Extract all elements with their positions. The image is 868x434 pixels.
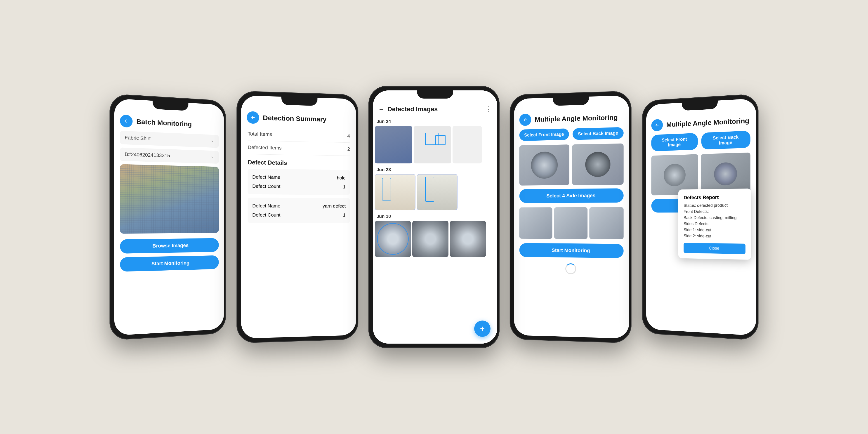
header-4: Multiple Angle Monitoring: [514, 106, 629, 130]
report-front-defects: Front Defects:: [684, 209, 745, 214]
phone-defected-images: ← Defected Images ⋮ Jun 24: [368, 86, 500, 348]
report-side1: Side 1: side-cut: [684, 228, 745, 233]
product-image: [120, 164, 219, 234]
defect1-count-row: Defect Count 1: [252, 182, 346, 191]
phone-multiple-angle: Multiple Angle Monitoring Select Front I…: [510, 91, 631, 343]
select-back-button-5[interactable]: Select Back Image: [702, 131, 750, 150]
notch-3: [417, 90, 453, 98]
add-image-fab[interactable]: +: [474, 320, 491, 337]
defect1-name-row: Defect Name hole: [252, 173, 346, 182]
thumb-blank-jun24: [453, 126, 482, 163]
thumb-fabric-jun24[interactable]: [375, 126, 412, 163]
phone-multiple-angle-report: Multiple Angle Monitoring Select Front I…: [642, 94, 758, 341]
report-status: Status: defected product: [684, 203, 745, 208]
select-back-button[interactable]: Select Back Image: [572, 127, 624, 140]
select-images-row: Select Front Image Select Back Image: [514, 127, 629, 141]
defect2-name-label: Defect Name: [252, 203, 280, 209]
defect1-count-value: 1: [343, 184, 346, 190]
start-monitoring-button-4[interactable]: Start Monitoring: [519, 243, 623, 258]
date-jun10: Jun 10: [373, 212, 497, 221]
loading-spinner: [565, 264, 576, 274]
page-title-5: Multiple Angle Monitoring: [666, 117, 749, 129]
thumb-disc1-jun10[interactable]: [375, 221, 411, 257]
report-title: Defects Report: [684, 194, 745, 201]
defect-card-2: Defect Name yarn defect Defect Count 1: [248, 197, 350, 223]
defected-items-row: Defected Items 2: [248, 141, 350, 156]
date-jun24: Jun 24: [373, 117, 497, 126]
defect2-count-row: Defect Count 1: [252, 211, 346, 219]
report-back-defects: Back Defects: casting, milling: [684, 215, 745, 220]
select-4-sides-button[interactable]: Select 4 Side Images: [519, 188, 623, 203]
select-front-button-5[interactable]: Select Front Image: [651, 133, 698, 151]
side-img-2: [554, 207, 587, 239]
defect2-count-value: 1: [343, 212, 346, 218]
report-side2: Side 2: side-cut: [684, 234, 745, 239]
side-img-1: [519, 207, 552, 239]
fabric-label: Fabric Shirt: [125, 135, 151, 142]
batch-dropdown[interactable]: B#24062024133315: [120, 147, 219, 164]
page-title-1: Batch Monitoring: [136, 118, 192, 128]
defected-items-value: 2: [347, 146, 350, 152]
defects-report-overlay: Defects Report Status: defected product …: [678, 188, 751, 260]
back-image-preview: [572, 144, 624, 185]
defect2-name-value: yarn defect: [322, 203, 346, 209]
thumb-defect-jun24[interactable]: [414, 126, 451, 163]
back-button-1[interactable]: [120, 115, 133, 128]
disc-back: [585, 152, 610, 177]
defect-details-title: Defect Details: [241, 154, 356, 170]
total-items-value: 4: [347, 133, 350, 139]
defect1-name-label: Defect Name: [252, 174, 280, 180]
notch-4: [553, 96, 589, 106]
front-image-preview: [519, 145, 569, 186]
side-img-3: [590, 207, 624, 239]
back-button-5[interactable]: [651, 119, 663, 131]
report-sides-defects: Sides Defects:: [684, 221, 745, 226]
page-title-4: Multiple Angle Monitoring: [535, 114, 618, 123]
disc-front: [531, 151, 558, 179]
defected-header: ← Defected Images ⋮: [373, 101, 497, 117]
notch-2: [281, 97, 318, 106]
plus-icon: +: [480, 324, 485, 333]
total-items-row: Total Items 4: [248, 127, 350, 143]
more-menu-icon[interactable]: ⋮: [485, 105, 492, 114]
thumb-disc2-jun10[interactable]: [412, 221, 448, 257]
phones-container: Batch Monitoring Fabric Shirt B#24062024…: [97, 72, 771, 362]
defected-items-label: Defected Items: [248, 145, 282, 151]
back-button-4[interactable]: [519, 114, 531, 126]
total-items-label: Total Items: [248, 131, 272, 137]
defect2-count-label: Defect Count: [252, 212, 280, 218]
phone-batch-monitoring: Batch Monitoring Fabric Shirt B#24062024…: [110, 94, 226, 341]
page-title-2: Detection Summary: [263, 114, 327, 123]
back-icon-3[interactable]: ←: [378, 106, 384, 113]
browse-images-button[interactable]: Browse Images: [120, 238, 219, 254]
thumb-bottle2-jun23[interactable]: [417, 174, 458, 210]
disc-front-5: [664, 164, 686, 186]
header-2: Detection Summary: [241, 106, 356, 130]
thumb-bottle1-jun23[interactable]: [375, 174, 415, 210]
batch-label: B#24062024133315: [125, 151, 170, 159]
defect1-name-value: hole: [337, 175, 346, 181]
start-monitoring-button-1[interactable]: Start Monitoring: [120, 255, 219, 272]
report-close-button[interactable]: Close: [684, 243, 745, 254]
phone-detection-summary: Detection Summary Total Items 4 Defected…: [237, 91, 358, 343]
defect-card-1: Defect Name hole Defect Count 1: [248, 168, 350, 195]
select-front-button[interactable]: Select Front Image: [519, 128, 569, 141]
disc-back-5: [714, 162, 737, 186]
date-jun23: Jun 23: [373, 165, 497, 174]
summary-section: Total Items 4 Defected Items 2: [241, 127, 356, 156]
thumb-disc3-jun10[interactable]: [450, 221, 486, 257]
page-title-3: Defected Images: [388, 105, 438, 113]
back-button-2[interactable]: [247, 111, 259, 124]
defect1-count-label: Defect Count: [252, 183, 280, 189]
defect2-name-row: Defect Name yarn defect: [252, 201, 346, 211]
front-back-images: [514, 143, 629, 186]
